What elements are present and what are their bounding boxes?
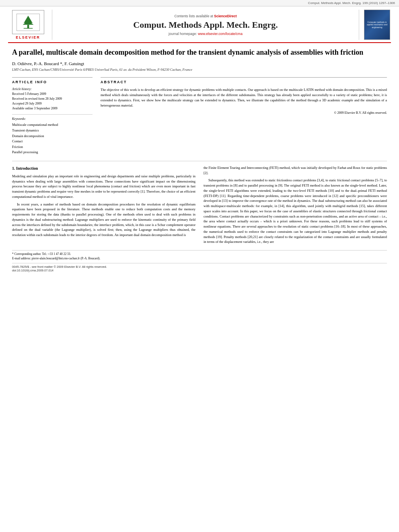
journal-header: ELSEVIER Contents lists available at Sci… [8,6,391,43]
keyword-item: Multiscale computational method [12,122,93,128]
intro-para4: Subsequently, this method was extended t… [204,178,387,244]
abstract-heading: ABSTRACT [101,80,387,84]
elsevier-logo-box [12,10,44,34]
cover-title-text: Computer methods in applied mechanics an… [366,21,389,29]
journal-cover: Computer methods in applied mechanics an… [359,10,391,40]
footer-area: * Corresponding author. Tel.: +33 1 47 4… [12,250,387,261]
journal-title-area: Contents lists available at ScienceDirec… [56,10,355,40]
main-content: A parallel, multiscale domain decomposit… [0,43,399,280]
keywords-section: Keywords: Multiscale computational metho… [12,114,93,155]
keyword-item: Contact [12,139,93,144]
info-abstract-columns: ARTICLE INFO Article history: Received 5… [12,77,387,155]
revised-date: Received in revised form 28 July 2009 [12,97,93,101]
sciencedirect-link[interactable]: ScienceDirect [214,14,237,18]
cover-image: Computer methods in applied mechanics an… [364,10,390,40]
citation-text: Comput. Methods Appl. Mech. Engrg. 199 (… [308,1,395,5]
authors: D. Odièvre, P.-A. Boucard *, F. Gatuingt [12,61,387,66]
svg-rect-1 [27,25,29,28]
footer-bottom: 0045-7825/$ - see front matter © 2009 El… [12,263,387,272]
intro-para3: the Finite Element Tearing and Interconn… [204,165,387,176]
journal-homepage: journal homepage: www.elsevier.com/locat… [169,32,243,36]
section1-title: 1. Introduction [12,165,195,171]
keywords-label: Keywords: [12,117,93,121]
homepage-prefix: journal homepage: [169,32,198,36]
elsevier-tree-icon [16,13,40,31]
sciencedirect-prefix: Contents lists available at [175,14,214,18]
homepage-link[interactable]: www.elsevier.com/locate/cma [198,32,243,36]
body-col-left: 1. Introduction Modeling and simulation … [12,165,195,247]
citation-bar: Comput. Methods Appl. Mech. Engrg. 199 (… [0,0,399,6]
article-title: A parallel, multiscale domain decomposit… [12,48,387,57]
abstract-section: ABSTRACT The objective of this work is t… [101,77,387,155]
sciencedirect-line: Contents lists available at ScienceDirec… [175,14,237,18]
abstract-text: The objective of this work is to develop… [101,87,387,108]
history-label: Article history: [12,87,93,91]
article-info: ARTICLE INFO Article history: Received 5… [12,77,93,155]
footnote-star: * Corresponding author. Tel.: +33 1 47 4… [12,252,387,257]
received-date: Received 5 February 2009 [12,92,93,97]
affiliation: LMT-Cachan, ENS Cachan/CNRS/Université P… [12,68,387,72]
keyword-item: Parallel processing [12,150,93,155]
accepted-date: Accepted 29 July 2009 [12,101,93,106]
footer-doi: doi:10.1016/j.cma.2009.07.014 [12,269,53,272]
intro-para1: Modeling and simulation play an importan… [12,174,195,199]
elsevier-logo: ELSEVIER [8,10,52,40]
body-col-right: the Finite Element Tearing and Interconn… [204,165,387,247]
footer-copyright: 0045-7825/$ - see front matter © 2009 El… [12,265,107,269]
keyword-item: Friction [12,144,93,150]
section-divider [12,161,387,161]
available-date: Available online 3 September 2009 [12,106,93,111]
journal-name: Comput. Methods Appl. Mech. Engrg. [133,20,278,30]
article-info-heading: ARTICLE INFO [12,80,93,84]
footnote-email: E-mail address: pierre-alain.boucard@lmt… [12,257,387,261]
keyword-item: Domain decomposition [12,134,93,139]
keyword-list: Multiscale computational methodTransient… [12,122,93,155]
intro-para2: In recent years, a number of methods bas… [12,202,195,238]
article-history: Article history: Received 5 February 200… [12,87,93,111]
copyright: © 2009 Elsevier B.V. All rights reserved… [101,111,387,115]
elsevier-brand-text: ELSEVIER [16,35,40,39]
body-columns: 1. Introduction Modeling and simulation … [12,165,387,247]
keyword-item: Transient dynamics [12,128,93,134]
